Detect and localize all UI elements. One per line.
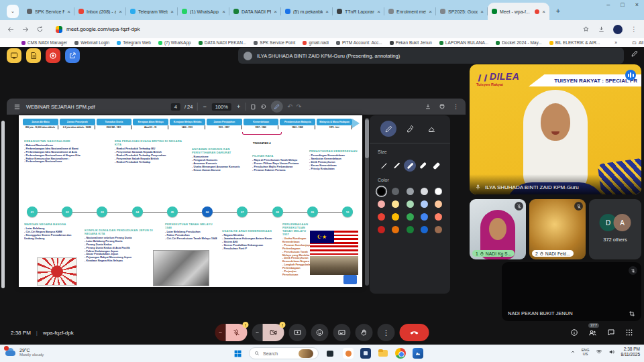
color-swatch[interactable]	[421, 200, 428, 208]
app-icon-blue[interactable]	[360, 348, 371, 359]
maximize-button[interactable]: □	[621, 1, 624, 8]
language-indicator[interactable]: ENG US	[582, 348, 590, 356]
color-swatch[interactable]	[392, 213, 399, 221]
size-option[interactable]	[417, 160, 429, 172]
color-swatch[interactable]	[407, 226, 414, 233]
bookmark-item[interactable]: SPK Service Point	[254, 40, 295, 45]
mic-options-caret[interactable]	[215, 324, 226, 341]
leave-call-button[interactable]	[400, 324, 429, 341]
print-icon[interactable]	[439, 103, 445, 110]
tab-close-icon[interactable]: ×	[325, 9, 329, 15]
bookmark-item[interactable]: Telegram Web	[117, 40, 151, 45]
tab-close-icon[interactable]: ×	[542, 9, 545, 15]
present-button[interactable]	[289, 324, 307, 341]
people-panel-button[interactable]: 377	[588, 328, 597, 337]
highlighter-tool[interactable]	[402, 121, 418, 137]
color-swatch[interactable]	[435, 213, 442, 221]
zoom-out-button[interactable]: −	[201, 103, 207, 110]
color-swatch[interactable]	[378, 213, 385, 221]
color-swatch[interactable]	[392, 188, 399, 195]
annotate-pencil-icon[interactable]	[631, 50, 639, 58]
open-external-button[interactable]	[65, 48, 80, 63]
camera-toggle-button[interactable]: !	[263, 324, 284, 341]
back-icon[interactable]	[7, 25, 15, 34]
browser-tab[interactable]: SP2025: Google ... ×	[436, 3, 488, 20]
profile-avatar[interactable]	[613, 25, 623, 34]
tab-close-icon[interactable]: ×	[222, 9, 225, 15]
browser-tab[interactable]: (1) WhatsApp ×	[178, 3, 229, 20]
undo-button[interactable]: ↶	[287, 103, 292, 110]
color-swatch[interactable]	[421, 213, 428, 221]
annotate-tool-active-button[interactable]	[271, 101, 283, 113]
browser-tab[interactable]: Telegram Web ×	[126, 3, 178, 20]
record-button[interactable]	[46, 48, 60, 63]
reactions-button[interactable]	[311, 324, 329, 341]
bookmark-item[interactable]: BIL ELEKTRIK & AIR...	[549, 40, 600, 45]
browser-tab[interactable]: Inbox (208) - an... ×	[74, 3, 126, 20]
pen-tool[interactable]	[380, 121, 396, 137]
color-swatch[interactable]	[407, 200, 414, 208]
color-swatch[interactable]	[378, 226, 385, 233]
color-swatch[interactable]	[378, 200, 385, 208]
bookmark-item[interactable]: DATA NADI PEKAN...	[199, 40, 247, 45]
browser-tab[interactable]: TTnR Laporan S... ×	[333, 3, 384, 20]
pdf-more-icon[interactable]: ⋮	[453, 103, 459, 110]
bookmarks-overflow-chevron[interactable]: »	[614, 40, 617, 45]
bookmark-item[interactable]: CMS NADI Manager	[21, 40, 67, 45]
weather-widget[interactable]: 29°C Mostly cloudy	[5, 347, 44, 357]
bookmark-star-icon[interactable]	[582, 25, 590, 33]
browser-menu-icon[interactable]: ⋮	[631, 25, 637, 33]
forward-icon[interactable]	[21, 25, 30, 34]
size-option[interactable]	[430, 160, 442, 172]
size-option-selected[interactable]	[404, 160, 416, 172]
downloads-icon[interactable]	[598, 25, 605, 33]
fit-page-icon[interactable]	[250, 104, 256, 110]
activities-grid-icon[interactable]	[625, 328, 633, 337]
bookmark-item[interactable]: Webmail Login	[74, 40, 109, 45]
camera-options-caret[interactable]	[252, 324, 263, 341]
more-options-button[interactable]: ⋮	[378, 324, 395, 341]
refresh-icon[interactable]	[36, 25, 44, 33]
tab-close-icon[interactable]: ×	[377, 9, 380, 15]
bookmark-item[interactable]: PiTM Account: Acc...	[336, 40, 382, 45]
color-swatch[interactable]	[407, 188, 414, 195]
start-button[interactable]	[233, 349, 242, 358]
tray-chevron-icon[interactable]	[570, 349, 576, 355]
browser-tab[interactable]: (5) m.pekanbktg... ×	[281, 3, 333, 20]
captions-button[interactable]	[333, 324, 351, 341]
address-bar[interactable]: meet.google.com/wpa-fqzf-dpk	[50, 23, 576, 36]
new-tab-button[interactable]: +	[552, 5, 564, 17]
tab-close-icon[interactable]: ×	[170, 9, 174, 15]
eraser-tool[interactable]	[423, 121, 439, 137]
pdf-page-input[interactable]: 4	[171, 103, 180, 111]
tab-close-icon[interactable]: ×	[429, 9, 432, 15]
color-swatch[interactable]	[421, 188, 428, 195]
tab-close-icon[interactable]: ×	[480, 9, 484, 15]
taskbar-search[interactable]: Search	[249, 347, 319, 359]
color-swatch[interactable]	[378, 188, 385, 195]
color-swatch[interactable]	[392, 200, 399, 208]
color-swatch[interactable]	[435, 188, 442, 195]
participant-tile-1[interactable]: 1 NADI Kg S...	[470, 199, 526, 259]
quick-assist-icon[interactable]	[343, 348, 354, 359]
tab-close-icon[interactable]: ×	[67, 9, 70, 15]
pdf-menu-icon[interactable]	[13, 103, 21, 111]
color-swatch[interactable]	[435, 200, 442, 208]
tab-close-icon[interactable]: ×	[119, 9, 122, 15]
color-swatch[interactable]	[407, 213, 414, 221]
presenter-video-tile[interactable]: TUISYEN RAKYAT : SPECIAL PR DILEA Tuisye…	[470, 64, 641, 194]
annotation-board-button[interactable]	[7, 48, 21, 63]
clock[interactable]: 2:38 PM 8/11/2025	[621, 347, 640, 357]
tab-close-icon[interactable]: ×	[274, 9, 277, 15]
browser-tab[interactable]: Enrolment meth... ×	[384, 3, 436, 20]
framing-icon[interactable]	[629, 310, 635, 317]
bookmark-item[interactable]: (7) WhatsApp	[158, 40, 191, 45]
color-swatch[interactable]	[435, 226, 442, 233]
participant-tile-2[interactable]: 2 NADI Feld...	[529, 199, 586, 259]
speaker-icon[interactable]	[608, 349, 615, 355]
pdf-zoom-level[interactable]: 100%	[212, 103, 231, 111]
browser-tab[interactable]: DATA NADI PEKA... ×	[229, 3, 281, 20]
color-swatch[interactable]	[392, 226, 399, 233]
zoom-in-button[interactable]: +	[235, 103, 241, 110]
wifi-icon[interactable]	[596, 349, 602, 355]
